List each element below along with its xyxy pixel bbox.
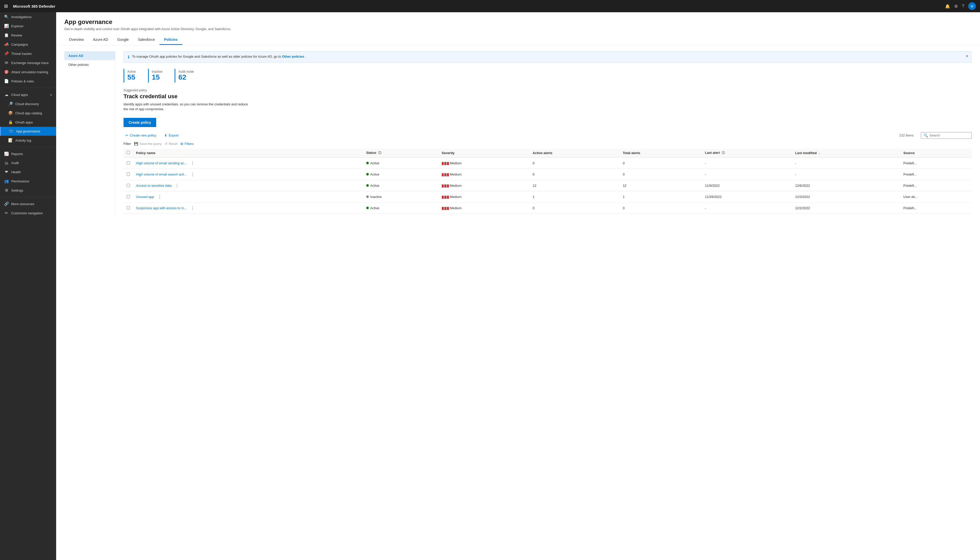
th-source[interactable]: Source	[900, 149, 972, 157]
save-query-button[interactable]: 💾 Save the query	[134, 142, 162, 146]
sidebar-item-cloud-discovery[interactable]: 🔎 Cloud discovery	[0, 99, 56, 108]
sidebar-item-settings[interactable]: ⚙ Settings	[0, 186, 56, 195]
th-last-alert[interactable]: Last alert ⓘ	[702, 149, 792, 157]
search-input[interactable]	[930, 133, 972, 137]
status-cell: Active	[363, 203, 439, 214]
waffle-icon[interactable]: ⊞	[4, 3, 8, 9]
search-box[interactable]: 🔍	[921, 132, 972, 139]
policy-name-link[interactable]: High volume of email search acti...	[136, 172, 187, 176]
row-checkbox[interactable]	[127, 161, 130, 165]
status-dot	[366, 207, 369, 209]
sidebar-item-reports[interactable]: 📈 Reports	[0, 149, 56, 158]
sidebar-item-customize-navigation[interactable]: ✏ Customize navigation	[0, 208, 56, 218]
th-status[interactable]: Status ⓘ	[363, 149, 439, 157]
sidebar-item-campaigns[interactable]: 📣 Campaigns	[0, 40, 56, 49]
sidebar-item-policies-rules[interactable]: 📄 Policies & rules	[0, 77, 56, 86]
other-policies-link[interactable]: Other policies	[282, 55, 304, 58]
left-nav-other-policies[interactable]: Other policies	[64, 60, 115, 69]
row-more-button[interactable]: ⋮	[156, 194, 163, 200]
sidebar-item-attack-simulation-training[interactable]: 🎯 Attack simulation training	[0, 67, 56, 77]
last-modified-cell: 12/2/2022	[792, 203, 900, 214]
sidebar-item-cloud-app-catalog[interactable]: 📦 Cloud app catalog	[0, 108, 56, 118]
help-icon[interactable]: ?	[962, 4, 964, 8]
export-button[interactable]: ⬇ Export	[162, 132, 180, 138]
sidebar-divider-2	[0, 147, 56, 147]
severity-cell: Medium	[439, 191, 530, 203]
row-checkbox-cell[interactable]	[123, 180, 133, 191]
th-total-alerts[interactable]: Total alerts	[620, 149, 702, 157]
row-more-button[interactable]: ⋮	[189, 205, 196, 211]
sidebar-item-threat-tracker[interactable]: 📌 Threat tracker	[0, 49, 56, 58]
last-alert-cell: 11/9/2022	[702, 180, 792, 191]
policy-name-link[interactable]: High volume of email sending ac...	[136, 161, 187, 165]
sidebar-item-label: Settings	[11, 188, 23, 192]
table-row: Suspicious app with access to m...⋮Activ…	[123, 203, 972, 214]
row-checkbox-cell[interactable]	[123, 157, 133, 169]
tab-salesforce[interactable]: Salesforce	[133, 35, 160, 45]
create-new-policy-button[interactable]: ✏ Create new policy	[123, 132, 158, 138]
th-active-alerts[interactable]: Active alerts	[530, 149, 620, 157]
select-all-header[interactable]	[123, 149, 133, 157]
row-checkbox[interactable]	[127, 206, 130, 210]
row-more-button[interactable]: ⋮	[189, 172, 196, 177]
content-area: ℹ To manage OAuth app policies for Googl…	[115, 51, 972, 214]
bell-icon[interactable]: 🔔	[945, 4, 950, 9]
tab-google[interactable]: Google	[113, 35, 133, 45]
sidebar-item-app-governance[interactable]: 🛡 App governance	[0, 127, 56, 136]
left-nav-azure-ad[interactable]: Azure AD	[64, 51, 115, 60]
status-text: Active	[370, 161, 379, 165]
filters-button[interactable]: ⊞ Filters	[180, 142, 193, 146]
sidebar-item-audit[interactable]: 🗂 Audit	[0, 158, 56, 167]
severity-cell: Medium	[439, 169, 530, 180]
table-row: Access to sensitive data⋮ActiveMedium121…	[123, 180, 972, 191]
th-policy-name[interactable]: Policy name	[133, 149, 363, 157]
toolbar: ✏ Create new policy ⬇ Export 132 items 🔍	[123, 132, 972, 139]
row-checkbox-cell[interactable]	[123, 191, 133, 203]
tab-overview[interactable]: Overview	[64, 35, 88, 45]
policy-name-link[interactable]: Access to sensitive data	[136, 184, 172, 188]
sidebar-item-more-resources[interactable]: 🔗 More resources	[0, 199, 56, 208]
tab-policies[interactable]: Policies	[160, 35, 182, 45]
sidebar-item-health[interactable]: ❤ Health	[0, 167, 56, 177]
row-checkbox-cell[interactable]	[123, 169, 133, 180]
sidebar-divider-3	[0, 197, 56, 197]
sidebar-item-explorer[interactable]: 📊 Explorer	[0, 22, 56, 31]
row-checkbox[interactable]	[127, 195, 130, 198]
row-checkbox-cell[interactable]	[123, 203, 133, 214]
tab-azure-ad[interactable]: Azure AD	[88, 35, 113, 45]
row-more-button[interactable]: ⋮	[189, 160, 196, 166]
row-checkbox[interactable]	[127, 172, 130, 176]
severity-text: Medium	[450, 172, 462, 176]
sidebar-item-exchange-message-trace[interactable]: ✉ Exchange message trace	[0, 58, 56, 67]
th-last-modified[interactable]: Last modified ↓	[792, 149, 900, 157]
close-icon[interactable]: ✕	[965, 54, 968, 58]
sidebar-item-investigations[interactable]: 🔍 Investigations	[0, 12, 56, 22]
row-checkbox[interactable]	[127, 184, 130, 187]
page-body: Azure AD Other policies ℹ To manage OAut…	[56, 45, 980, 560]
sidebar-item-cloud-apps[interactable]: ☁ Cloud apps ∧	[0, 90, 56, 99]
table-header-row: Policy name Status ⓘ Severity	[123, 149, 972, 157]
th-severity[interactable]: Severity	[439, 149, 530, 157]
sidebar-item-activity-log[interactable]: 📝 Activity log	[0, 136, 56, 145]
table-row: High volume of email search acti...⋮Acti…	[123, 169, 972, 180]
sidebar-item-oauth-apps[interactable]: 🔒 OAuth apps	[0, 118, 56, 127]
policy-name-link[interactable]: Unused app	[136, 195, 154, 199]
sidebar-item-review[interactable]: 📋 Review	[0, 31, 56, 40]
avatar[interactable]: U	[968, 2, 976, 10]
severity-text: Medium	[450, 184, 462, 188]
create-policy-button[interactable]: Create policy	[123, 118, 156, 127]
last-alert-info-icon: ⓘ	[722, 151, 725, 155]
sidebar-item-label: OAuth apps	[15, 120, 33, 124]
status-text: Active	[370, 184, 379, 188]
policy-name-link[interactable]: Suspicious app with access to m...	[136, 206, 187, 210]
row-more-button[interactable]: ⋮	[173, 183, 181, 188]
policy-table: Policy name Status ⓘ Severity	[123, 149, 972, 214]
app-title: Microsoft 365 Defender	[13, 4, 942, 8]
exchange-icon: ✉	[4, 60, 9, 65]
sidebar-item-permissions[interactable]: 👥 Permissions	[0, 177, 56, 186]
severity-bar	[444, 162, 447, 165]
reset-button[interactable]: ↺ Reset	[165, 142, 177, 146]
settings-icon[interactable]: ⚙	[954, 4, 958, 9]
suggested-policy-description: Identify apps with unused credentials, s…	[123, 102, 251, 112]
select-all-checkbox[interactable]	[127, 151, 130, 154]
